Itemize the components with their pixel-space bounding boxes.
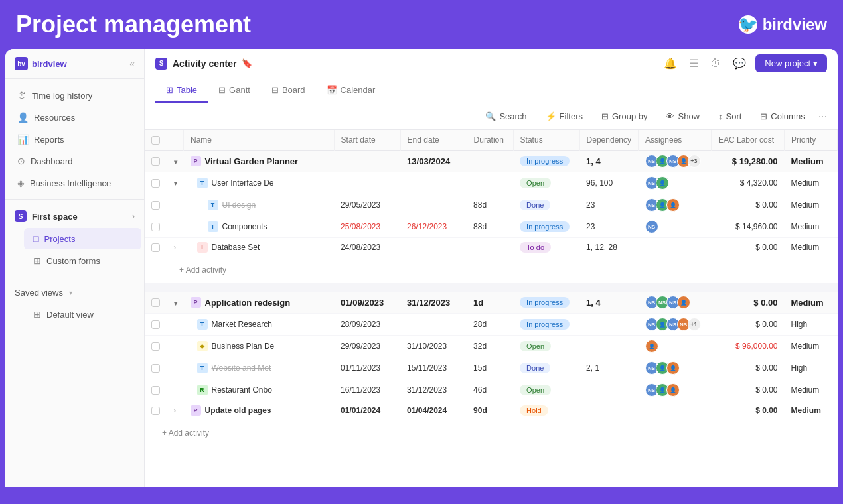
table-row: TMarket Research 28/09/2023 28d In progr… [145,314,838,336]
task-name: Market Research [212,320,272,329]
assignees-cell [639,238,712,257]
header-actions: 🔔 ☰ ⏱ 💬 New project ▾ [661,54,827,72]
filters-button[interactable]: ⚡ Filters [540,109,588,124]
col-select [145,130,167,151]
add-activity-button[interactable]: + Add activity [151,261,831,279]
col-eac-header: EAC Labor cost [712,130,785,151]
task-icon: P [191,405,201,416]
avatar: 👤 [666,383,680,397]
task-name: User Interface De [212,178,274,188]
priority-cell: Medium [785,292,838,314]
tab-table[interactable]: ⊞ Table [155,78,208,103]
task-name: Components [222,222,268,231]
comment-icon[interactable]: 💬 [730,54,749,72]
sidebar-item-resources[interactable]: 👤 Resources [8,107,141,128]
duration-cell [467,151,513,172]
end-date-cell: 31/12/2023 [400,379,467,401]
sidebar-item-projects[interactable]: □ Projects [24,228,141,249]
sidebar-item-reports[interactable]: 📊 Reports [8,129,141,150]
list-icon[interactable]: ☰ [686,54,701,72]
space-name-label: First space [32,212,78,221]
name-cell: TMarket Research [184,314,335,336]
duration-cell [467,172,513,194]
tab-gantt-label: Gantt [229,85,250,95]
dependency-cell [579,379,638,401]
group-by-button[interactable]: ⊞ Group by [596,109,652,124]
select-cell [145,379,167,401]
tab-gantt[interactable]: ⊟ Gantt [208,78,261,103]
group-icon: ⊞ [601,111,609,121]
assignees-cell: NS👤👤 [639,194,712,216]
expand-cell[interactable]: › [167,238,184,257]
priority-cell: Medium [785,172,838,194]
task-name: Application redesign [205,298,291,308]
more-options-button[interactable]: ··· [818,111,827,123]
new-project-label: New project [765,58,810,68]
bookmark-icon[interactable]: 🔖 [242,58,252,68]
saved-views-section[interactable]: Saved views ▾ [5,283,144,303]
status-badge: Open [520,178,551,188]
col-dependency-header: Dependency [579,130,638,151]
task-name: Virtual Garden Planner [205,157,299,166]
status-badge: Hold [520,405,548,416]
timer-icon[interactable]: ⏱ [708,55,724,72]
end-date-cell [400,238,467,257]
select-cell [145,216,167,238]
first-space-section[interactable]: S First space › [5,205,144,227]
select-cell [145,292,167,314]
table-icon: ⊞ [166,85,173,95]
avatar: 👤 [666,361,680,375]
sidebar-item-bi[interactable]: ◈ Business Intelligence [8,172,141,194]
sidebar-label-bi: Business Intelligence [30,178,111,188]
eac-cell: $ 14,960.00 [712,216,785,238]
chevron-right-icon: › [132,212,135,221]
table-header-row: Name Start date End date Duration Status… [145,130,838,151]
name-cell: RRestaurant Onbo [184,379,335,401]
tab-calendar[interactable]: 📅 Calendar [316,78,386,103]
end-date-cell [400,194,467,216]
expand-cell[interactable]: › [167,401,184,420]
expand-cell [167,216,184,238]
status-badge: Open [520,341,551,351]
show-button[interactable]: 👁 Show [660,109,705,124]
end-date-cell [400,314,467,336]
search-button[interactable]: 🔍 Search [480,109,532,124]
dependency-cell: 1, 4 [579,151,638,172]
table-container: Name Start date End date Duration Status… [145,130,838,487]
add-activity-button-2[interactable]: + Add activity [151,424,831,442]
sidebar-item-default-view[interactable]: ⊞ Default view [24,304,141,325]
sidebar-item-dashboard[interactable]: ⊙ Dashboard [8,151,141,172]
assignees-cell: NS👤NSNS+1 [639,314,712,336]
col-expand-header [167,130,184,151]
name-cell: IDatabase Set [184,238,335,257]
status-cell: Done [513,357,579,379]
table-row: › PUpdate old pages 01/01/2024 01/04/202… [145,401,838,420]
sidebar-item-custom-forms[interactable]: ⊞ Custom forms [24,250,141,271]
spacer-row [145,283,838,292]
expand-cell[interactable]: ▾ [167,151,184,172]
select-cell [145,336,167,357]
assignee-group: NS👤👤 [645,198,705,212]
sidebar-item-time-log[interactable]: ⏱ Time log history [8,85,141,106]
status-cell: Open [513,172,579,194]
status-badge: To do [520,242,551,253]
name-cell: PUpdate old pages [184,401,335,420]
sort-button[interactable]: ↕ Sort [713,109,747,124]
task-icon: T [197,363,208,373]
chevron-down-icon: ▾ [69,289,72,296]
bell-icon[interactable]: 🔔 [661,54,680,72]
status-badge: Done [520,363,550,373]
add-activity-row: + Add activity [145,257,838,283]
expand-cell[interactable]: ▾ [167,172,184,194]
collapse-sidebar-button[interactable]: « [129,58,135,69]
name-cell: ◆Business Plan De [184,336,335,357]
assignees-cell: NSNSNS👤 [639,292,712,314]
expand-cell [167,379,184,401]
columns-button[interactable]: ⊟ Columns [755,109,810,124]
new-project-button[interactable]: New project ▾ [755,54,827,72]
sidebar-label-projects: Projects [44,234,75,244]
eac-cell: $ 4,320.00 [712,172,785,194]
tab-board[interactable]: ⊟ Board [261,78,316,103]
expand-cell[interactable]: ▾ [167,292,184,314]
sidebar-label-resources: Resources [34,113,75,123]
